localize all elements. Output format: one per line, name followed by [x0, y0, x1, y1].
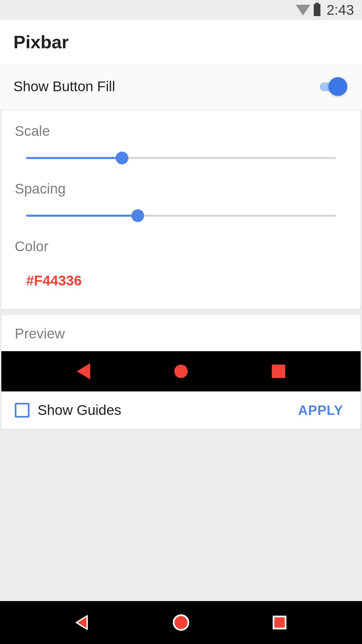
svg-point-1 — [174, 615, 188, 630]
app-bar: Pixbar — [0, 20, 362, 64]
preview-home-icon — [174, 365, 188, 378]
preview-back-icon — [77, 363, 90, 379]
system-recent-icon[interactable] — [271, 614, 288, 631]
settings-card: Scale Spacing Color #F44336 — [1, 110, 361, 309]
status-bar: 2:43 — [0, 0, 362, 20]
preview-navbar — [1, 351, 361, 391]
wifi-icon — [296, 5, 310, 15]
show-guides-label: Show Guides — [38, 402, 121, 418]
spacing-label: Spacing — [15, 181, 347, 197]
status-time: 2:43 — [326, 2, 354, 18]
color-label: Color — [15, 238, 347, 255]
svg-rect-2 — [274, 616, 286, 629]
slider-fill — [26, 215, 138, 217]
preview-label: Preview — [1, 315, 361, 351]
battery-icon — [314, 4, 320, 16]
preview-recent-icon — [272, 365, 285, 378]
slider-fill — [26, 157, 122, 159]
show-guides-checkbox[interactable] — [15, 403, 29, 418]
system-home-icon[interactable] — [172, 613, 190, 632]
toggle-show-button-fill[interactable]: Show Button Fill — [0, 64, 362, 110]
svg-marker-0 — [76, 616, 87, 629]
toggle-switch[interactable] — [320, 77, 347, 96]
app-title: Pixbar — [13, 32, 69, 52]
toggle-label: Show Button Fill — [13, 78, 115, 95]
system-navbar — [0, 601, 362, 644]
slider-thumb[interactable] — [131, 209, 144, 222]
show-guides-row[interactable]: Show Guides — [15, 402, 121, 418]
spacing-slider[interactable] — [26, 209, 336, 222]
preview-card: Preview Show Guides APPLY — [1, 315, 361, 429]
color-value[interactable]: #F44336 — [26, 273, 347, 289]
slider-thumb[interactable] — [116, 152, 128, 164]
system-back-icon[interactable] — [74, 614, 91, 631]
switch-thumb — [328, 77, 347, 96]
scale-label: Scale — [15, 123, 347, 139]
scale-slider[interactable] — [26, 151, 336, 165]
preview-footer: Show Guides APPLY — [1, 391, 361, 429]
apply-button[interactable]: APPLY — [298, 403, 343, 418]
